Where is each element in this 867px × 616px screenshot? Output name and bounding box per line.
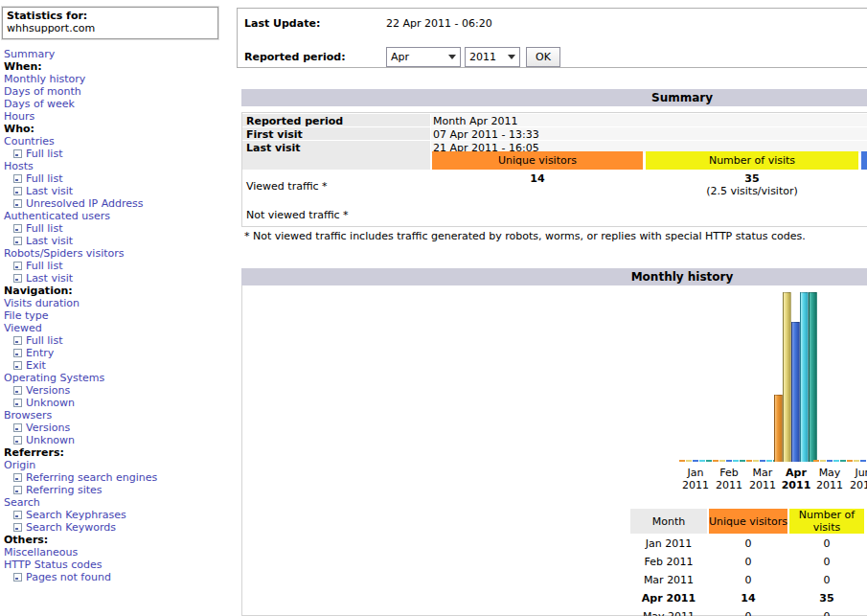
sidebar-item-robots-spiders-visitors[interactable]: Robots/Spiders visitors — [4, 247, 234, 260]
chart-zero-mark — [740, 460, 745, 462]
sidebar-item-label: Miscellaneous — [4, 546, 78, 559]
sidebar-item-label: Search Keywords — [26, 521, 116, 534]
sidebar-item-unknown[interactable]: Unknown — [4, 397, 234, 409]
sidebar-item-label: Full list — [26, 172, 62, 185]
list-page-icon — [13, 224, 22, 233]
number-of-visits-cell: 0 — [789, 572, 864, 588]
sidebar-item-last-visit[interactable]: Last visit — [4, 185, 234, 197]
sidebar-item-search[interactable]: Search — [4, 496, 234, 509]
summary-section: Summary Reported period Month Apr 2011 F… — [241, 89, 867, 106]
chart-bar-orange-apr-2011 — [774, 395, 783, 462]
sidebar-item-referring-search-engines[interactable]: Referring search engines — [4, 471, 234, 484]
monthly-history-table: Month Unique visitors Number of visits J… — [628, 507, 866, 616]
sidebar-item-exit[interactable]: Exit — [4, 359, 234, 372]
sidebar-item-miscellaneous[interactable]: Miscellaneous — [4, 546, 234, 559]
sidebar-item-label: Entry — [26, 347, 54, 359]
month-cell: May 2011 — [630, 608, 707, 616]
monthly-table-row-jan-2011: Jan 201100 — [630, 536, 864, 552]
list-page-icon — [13, 511, 22, 519]
sidebar-item-summary[interactable]: Summary — [4, 48, 234, 60]
reported-period-label: Reported period: — [244, 51, 346, 63]
sidebar-item-unknown[interactable]: Unknown — [4, 434, 234, 446]
sidebar-item-label: Visits duration — [4, 297, 80, 309]
chart-zero-mark — [833, 460, 839, 462]
number-of-visits-cell: 35 — [789, 590, 864, 606]
chart-zero-mark — [854, 460, 859, 462]
sidebar-item-label: Hours — [4, 110, 34, 123]
chart-zero-mark — [746, 460, 752, 462]
summary-header-spacer — [242, 151, 430, 170]
chart-zero-mark — [706, 460, 712, 462]
viewed-visits-ratio: (2.5 visits/visitor) — [646, 185, 858, 197]
month-select[interactable]: Apr — [386, 47, 461, 67]
chart-bar-cyan-apr-2011 — [800, 292, 809, 462]
sidebar-item-search-keywords[interactable]: Search Keywords — [4, 521, 234, 534]
pages-header-partial — [861, 151, 867, 170]
sidebar-item-last-visit[interactable]: Last visit — [4, 272, 234, 285]
sidebar-section-who: Who: — [4, 123, 234, 135]
ok-button[interactable]: OK — [526, 47, 560, 67]
sidebar-item-visits-duration[interactable]: Visits duration — [4, 297, 234, 309]
sidebar-item-viewed[interactable]: Viewed — [4, 322, 234, 334]
sidebar-item-http-status-codes[interactable]: HTTP Status codes — [4, 559, 234, 571]
chart-zero-mark — [827, 460, 833, 462]
sidebar-item-label: Pages not found — [26, 571, 111, 583]
sidebar-item-last-visit[interactable]: Last visit — [4, 235, 234, 247]
sidebar-item-hours[interactable]: Hours — [4, 110, 234, 123]
sidebar-item-origin[interactable]: Origin — [4, 459, 234, 471]
sidebar-item-unresolved-ip-address[interactable]: Unresolved IP Address — [4, 197, 234, 210]
sidebar-item-days-of-month[interactable]: Days of month — [4, 85, 234, 98]
sidebar-item-label: Operating Systems — [4, 372, 104, 384]
sidebar-item-label: Authenticated users — [4, 210, 110, 222]
awstats-page: Statistics for: whhsupport.com SummaryWh… — [0, 0, 867, 616]
sidebar-item-operating-systems[interactable]: Operating Systems — [4, 372, 234, 384]
sidebar-item-label: Full list — [26, 222, 62, 235]
sidebar-item-file-type[interactable]: File type — [4, 309, 234, 322]
sidebar-item-versions[interactable]: Versions — [4, 422, 234, 434]
sidebar-item-search-keyphrases[interactable]: Search Keyphrases — [4, 509, 234, 521]
sidebar-item-days-of-week[interactable]: Days of week — [4, 98, 234, 110]
sidebar-item-entry[interactable]: Entry — [4, 347, 234, 359]
sidebar-item-browsers[interactable]: Browsers — [4, 409, 234, 422]
sidebar-item-label: Days of month — [4, 85, 81, 98]
month-cell: Jan 2011 — [630, 536, 707, 552]
list-page-icon — [13, 523, 22, 532]
sidebar-item-label: Exit — [26, 359, 46, 372]
list-page-icon — [13, 573, 22, 582]
sidebar-item-monthly-history[interactable]: Monthly history — [4, 73, 234, 85]
sidebar-item-full-list[interactable]: Full list — [4, 334, 234, 347]
year-select[interactable]: 2011 — [465, 47, 520, 67]
sidebar-item-full-list[interactable]: Full list — [4, 260, 234, 272]
sidebar-item-full-list[interactable]: Full list — [4, 172, 234, 185]
viewed-unique-value: 14 — [432, 171, 643, 201]
chart-zero-mark — [813, 460, 819, 462]
sidebar-item-label: Robots/Spiders visitors — [4, 247, 125, 260]
monthly-history-section: Monthly history Jan2011Feb2011Mar2011Apr… — [241, 268, 867, 616]
sidebar-item-label: Full list — [26, 260, 62, 272]
list-page-icon — [13, 174, 22, 183]
sidebar-item-full-list[interactable]: Full list — [4, 222, 234, 235]
month-column-header: Month — [630, 509, 707, 534]
list-page-icon — [13, 274, 22, 283]
sidebar-item-hosts[interactable]: Hosts — [4, 160, 234, 172]
summary-row-label: Reported period — [242, 114, 430, 126]
list-page-icon — [13, 349, 22, 357]
sidebar-item-referring-sites[interactable]: Referring sites — [4, 484, 234, 496]
sidebar-item-label: Last visit — [26, 272, 73, 285]
chart-bar-yellow-apr-2011 — [783, 292, 791, 462]
month-select-value: Apr — [391, 51, 409, 63]
sidebar-item-countries[interactable]: Countries — [4, 135, 234, 148]
number-of-visits-cell: 0 — [789, 608, 864, 616]
list-page-icon — [13, 237, 22, 245]
chart-zero-mark — [766, 460, 772, 462]
year-select-value: 2011 — [469, 51, 496, 63]
sidebar-item-versions[interactable]: Versions — [4, 384, 234, 397]
list-page-icon — [13, 336, 22, 345]
last-update-value: 22 Apr 2011 - 06:20 — [386, 17, 492, 30]
sidebar-item-pages-not-found[interactable]: Pages not found — [4, 571, 234, 583]
sidebar-item-full-list[interactable]: Full list — [4, 148, 234, 160]
monthly-table-row-mar-2011: Mar 201100 — [630, 572, 864, 588]
viewed-visits-number: 35 — [646, 172, 858, 185]
sidebar-item-authenticated-users[interactable]: Authenticated users — [4, 210, 234, 222]
sidebar-nav: SummaryWhen:Monthly historyDays of month… — [4, 48, 234, 583]
